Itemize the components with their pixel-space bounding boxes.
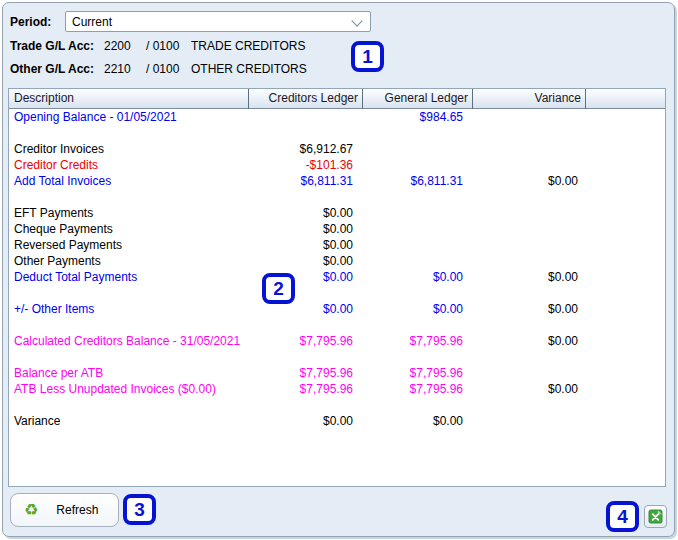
reconciliation-table: Description Creditors Ledger General Led… [8,88,666,487]
column-header-description: Description [9,89,249,109]
cell-general-ledger: $7,795.96 [363,381,473,397]
other-gl-account-name: OTHER CREDITORS [191,62,307,76]
cell-description: Reversed Payments [9,237,249,253]
cell-general-ledger: $0.00 [363,301,473,317]
cell-variance [473,205,586,221]
table-row: +/- Other Items$0.00$0.00$0.00 [9,301,665,317]
cell-variance: $0.00 [473,269,586,285]
other-gl-subaccount: / 0100 [146,62,179,76]
table-row-blank [9,397,665,413]
table-row: Calculated Creditors Balance - 31/05/202… [9,333,665,349]
cell-description: Opening Balance - 01/05/2021 [9,109,249,125]
creditors-reconciliation-panel: Period: Current Trade G/L Acc: 2200 / 01… [2,2,675,537]
table-row-blank [9,285,665,301]
trade-gl-account-row: Trade G/L Acc: 2200 / 0100 TRADE CREDITO… [10,39,410,53]
cell-general-ledger: $0.00 [363,413,473,429]
cell-description: +/- Other Items [9,301,249,317]
cell-general-ledger [363,221,473,237]
table-row: Opening Balance - 01/05/2021$984.65 [9,109,665,125]
table-row-blank [9,125,665,141]
cell-creditors-ledger: $7,795.96 [249,381,363,397]
table-row: Balance per ATB$7,795.96$7,795.96 [9,365,665,381]
cell-variance [473,109,586,125]
export-excel-button[interactable] [644,505,667,528]
refresh-button-label: Refresh [56,503,98,517]
cell-variance [473,413,586,429]
cell-general-ledger: $6,811.31 [363,173,473,189]
table-row: Add Total Invoices$6,811.31$6,811.31$0.0… [9,173,665,189]
table-row: Cheque Payments$0.00 [9,221,665,237]
cell-creditors-ledger: $0.00 [249,221,363,237]
cell-variance: $0.00 [473,333,586,349]
table-row: Deduct Total Payments$0.00$0.00$0.00 [9,269,665,285]
cell-variance: $0.00 [473,381,586,397]
table-row-blank [9,189,665,205]
cell-description: Creditor Credits [9,157,249,173]
column-header-variance: Variance [473,89,586,109]
period-selected-value: Current [66,15,112,29]
cell-creditors-ledger: $6,912.67 [249,141,363,157]
cell-variance [473,221,586,237]
cell-creditors-ledger: $0.00 [249,253,363,269]
cell-description: Other Payments [9,253,249,269]
cell-creditors-ledger: $0.00 [249,237,363,253]
excel-export-icon [648,509,663,524]
cell-general-ledger [363,237,473,253]
cell-description: Deduct Total Payments [9,269,249,285]
cell-description: Cheque Payments [9,221,249,237]
cell-general-ledger [363,253,473,269]
refresh-button[interactable]: ♻ Refresh [10,493,119,527]
table-row: Creditor Invoices$6,912.67 [9,141,665,157]
table-row: ATB Less Unupdated Invoices ($0.00)$7,79… [9,381,665,397]
table-header-row: Description Creditors Ledger General Led… [9,89,665,109]
trade-gl-account-label: Trade G/L Acc: [10,39,94,53]
cell-description: Creditor Invoices [9,141,249,157]
cell-variance: $0.00 [473,301,586,317]
cell-variance [473,237,586,253]
table-row: Variance$0.00$0.00 [9,413,665,429]
other-gl-account-number: 2210 [104,62,131,76]
period-select[interactable]: Current [65,11,371,32]
cell-description: Variance [9,413,249,429]
cell-creditors-ledger: $7,795.96 [249,365,363,381]
annotation-badge-1: 1 [351,41,384,72]
column-header-general-ledger: General Ledger [363,89,473,109]
cell-general-ledger: $7,795.96 [363,365,473,381]
cell-description: EFT Payments [9,205,249,221]
table-rows: Opening Balance - 01/05/2021$984.65Credi… [9,109,665,429]
cell-creditors-ledger: $0.00 [249,413,363,429]
cell-general-ledger: $7,795.96 [363,333,473,349]
cell-creditors-ledger: $6,811.31 [249,173,363,189]
column-header-creditors-ledger: Creditors Ledger [249,89,363,109]
cell-creditors-ledger: $7,795.96 [249,333,363,349]
chevron-down-icon [351,15,362,26]
annotation-badge-2: 2 [262,273,295,304]
cell-general-ledger: $0.00 [363,269,473,285]
cell-general-ledger [363,157,473,173]
cell-general-ledger [363,141,473,157]
table-row: Reversed Payments$0.00 [9,237,665,253]
cell-creditors-ledger: -$101.36 [249,157,363,173]
cell-variance [473,253,586,269]
table-row: EFT Payments$0.00 [9,205,665,221]
cell-description: Balance per ATB [9,365,249,381]
table-row-blank [9,349,665,365]
trade-gl-account-number: 2200 [104,39,131,53]
cell-variance [473,365,586,381]
trade-gl-subaccount: / 0100 [146,39,179,53]
cell-variance [473,157,586,173]
trade-gl-account-name: TRADE CREDITORS [191,39,305,53]
cell-general-ledger: $984.65 [363,109,473,125]
table-row: Other Payments$0.00 [9,253,665,269]
cell-general-ledger [363,205,473,221]
period-label: Period: [10,15,51,29]
annotation-badge-4: 4 [606,501,639,532]
annotation-badge-3: 3 [123,494,156,525]
other-gl-account-label: Other G/L Acc: [10,62,94,76]
cell-description: Calculated Creditors Balance - 31/05/202… [9,333,249,349]
cell-variance: $0.00 [473,173,586,189]
cell-description: ATB Less Unupdated Invoices ($0.00) [9,381,249,397]
cell-creditors-ledger: $0.00 [249,205,363,221]
table-row: Creditor Credits-$101.36 [9,157,665,173]
table-row-blank [9,317,665,333]
